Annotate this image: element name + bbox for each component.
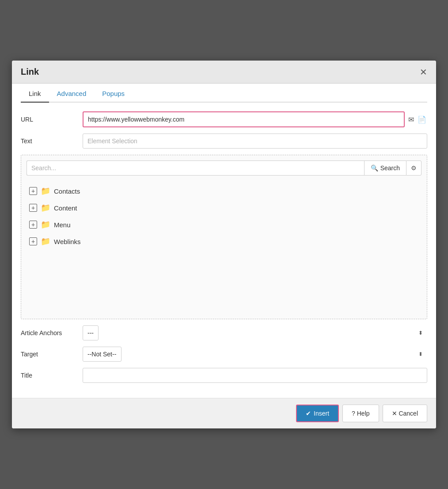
search-bar: 🔍 Search ⚙ xyxy=(27,160,421,176)
tab-advanced[interactable]: Advanced xyxy=(49,85,95,102)
expand-weblinks-icon[interactable]: + xyxy=(29,237,37,245)
url-input-wrapper xyxy=(83,111,405,127)
folder-contacts-icon: 📁 xyxy=(41,186,50,196)
url-input[interactable] xyxy=(83,111,405,127)
search-settings-button[interactable]: ⚙ xyxy=(406,160,421,176)
title-label: Title xyxy=(21,372,83,379)
modal-overlay: Link ✕ Link Advanced Popups URL xyxy=(0,0,448,489)
folder-menu-icon: 📁 xyxy=(41,220,50,229)
folder-weblinks-icon: 📁 xyxy=(41,237,50,246)
tab-bar: Link Advanced Popups xyxy=(21,84,427,103)
tree-list: + 📁 Contacts + 📁 Content + 📁 Menu xyxy=(27,181,421,313)
close-button[interactable]: ✕ xyxy=(420,68,427,76)
expand-menu-icon[interactable]: + xyxy=(29,221,37,229)
target-row: Target --Not Set-- xyxy=(21,347,427,362)
insert-button[interactable]: ✔ Insert xyxy=(296,405,339,422)
cancel-button[interactable]: ✕ Cancel xyxy=(383,405,427,422)
tree-item-menu[interactable]: + 📁 Menu xyxy=(27,216,421,233)
tree-item-content[interactable]: + 📁 Content xyxy=(27,199,421,216)
modal-footer: ✔ Insert ? Help ✕ Cancel xyxy=(12,398,436,428)
url-input-group: ✉ 📄 xyxy=(83,111,427,127)
file-icon: 📄 xyxy=(418,116,426,123)
article-anchors-row: Article Anchors --- xyxy=(21,325,427,340)
email-icon-button[interactable]: ✉ xyxy=(407,115,415,125)
text-label: Text xyxy=(21,138,83,145)
modal-title: Link xyxy=(21,67,39,77)
folder-content-icon: 📁 xyxy=(41,203,50,213)
title-row: Title xyxy=(21,368,427,383)
email-icon: ✉ xyxy=(408,116,414,123)
title-input[interactable] xyxy=(83,368,427,383)
search-icon: 🔍 xyxy=(371,164,378,172)
tree-label-content: Content xyxy=(54,204,77,212)
url-label: URL xyxy=(21,116,83,123)
file-icon-button[interactable]: 📄 xyxy=(417,115,427,125)
text-input[interactable] xyxy=(83,134,427,149)
checkmark-icon: ✔ xyxy=(306,410,311,417)
search-area: 🔍 Search ⚙ + 📁 Contacts + xyxy=(21,155,427,319)
text-row: Text xyxy=(21,134,427,149)
url-icon-group: ✉ 📄 xyxy=(407,115,427,125)
target-select[interactable]: --Not Set-- xyxy=(83,347,121,362)
modal-body: Link Advanced Popups URL xyxy=(12,84,436,398)
tab-link[interactable]: Link xyxy=(21,85,49,102)
tree-label-menu: Menu xyxy=(54,221,71,229)
tree-item-contacts[interactable]: + 📁 Contacts xyxy=(27,183,421,199)
modal-header: Link ✕ xyxy=(12,61,436,84)
target-select-wrapper: --Not Set-- xyxy=(83,347,427,362)
article-anchors-label: Article Anchors xyxy=(21,329,83,336)
expand-contacts-icon[interactable]: + xyxy=(29,187,37,195)
tree-item-weblinks[interactable]: + 📁 Weblinks xyxy=(27,233,421,250)
tree-label-weblinks: Weblinks xyxy=(54,238,81,245)
article-anchors-select[interactable]: --- xyxy=(83,325,99,340)
expand-content-icon[interactable]: + xyxy=(29,204,37,212)
gear-icon: ⚙ xyxy=(411,164,417,172)
search-button[interactable]: 🔍 Search xyxy=(364,160,406,176)
tree-label-contacts: Contacts xyxy=(54,187,80,195)
tab-popups[interactable]: Popups xyxy=(94,85,133,102)
target-label: Target xyxy=(21,351,83,358)
url-row: URL ✉ 📄 xyxy=(21,111,427,127)
help-button[interactable]: ? Help xyxy=(342,405,379,422)
search-input[interactable] xyxy=(27,160,364,176)
link-dialog: Link ✕ Link Advanced Popups URL xyxy=(12,61,436,428)
article-anchors-select-wrapper: --- xyxy=(83,325,427,340)
